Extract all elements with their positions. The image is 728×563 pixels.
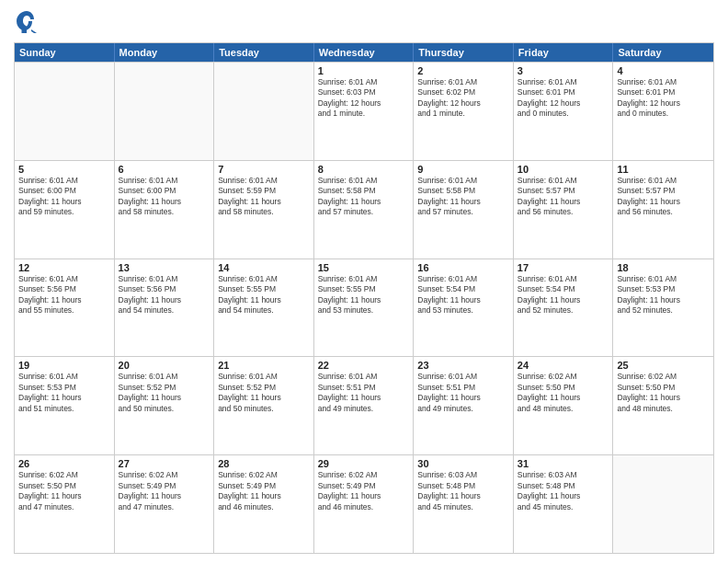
day-info: Sunrise: 6:01 AMSunset: 5:52 PMDaylight:… [119, 372, 210, 414]
calendar-day-25: 25Sunrise: 6:02 AMSunset: 5:50 PMDayligh… [613, 357, 713, 454]
calendar-day-18: 18Sunrise: 6:01 AMSunset: 5:53 PMDayligh… [613, 259, 713, 357]
calendar: SundayMondayTuesdayWednesdayThursdayFrid… [14, 42, 714, 554]
calendar-header: SundayMondayTuesdayWednesdayThursdayFrid… [15, 43, 713, 62]
calendar-day-1: 1Sunrise: 6:01 AMSunset: 6:03 PMDaylight… [314, 63, 415, 160]
calendar-day-15: 15Sunrise: 6:01 AMSunset: 5:55 PMDayligh… [314, 259, 415, 357]
calendar-day-empty [15, 63, 115, 160]
day-info: Sunrise: 6:02 AMSunset: 5:49 PMDaylight:… [318, 470, 410, 512]
day-info: Sunrise: 6:01 AMSunset: 5:53 PMDaylight:… [18, 372, 110, 414]
day-info: Sunrise: 6:01 AMSunset: 5:54 PMDaylight:… [417, 274, 509, 316]
day-number: 3 [518, 65, 609, 76]
calendar-row-5: 26Sunrise: 6:02 AMSunset: 5:50 PMDayligh… [15, 454, 713, 553]
day-info: Sunrise: 6:01 AMSunset: 5:56 PMDaylight:… [18, 274, 110, 316]
header [14, 9, 714, 35]
day-number: 17 [518, 262, 609, 273]
calendar-row-3: 12Sunrise: 6:01 AMSunset: 5:56 PMDayligh… [15, 259, 713, 357]
day-info: Sunrise: 6:01 AMSunset: 5:58 PMDaylight:… [318, 176, 410, 218]
calendar-day-31: 31Sunrise: 6:03 AMSunset: 5:48 PMDayligh… [514, 455, 614, 553]
day-number: 24 [518, 360, 609, 371]
day-number: 21 [218, 360, 310, 371]
day-info: Sunrise: 6:01 AMSunset: 5:54 PMDaylight:… [518, 274, 609, 316]
day-info: Sunrise: 6:02 AMSunset: 5:50 PMDaylight:… [18, 470, 110, 512]
day-info: Sunrise: 6:01 AMSunset: 6:01 PMDaylight:… [617, 77, 710, 120]
weekday-header-saturday: Saturday [613, 43, 713, 62]
day-info: Sunrise: 6:01 AMSunset: 6:00 PMDaylight:… [18, 176, 110, 218]
calendar-row-4: 19Sunrise: 6:01 AMSunset: 5:53 PMDayligh… [15, 356, 713, 454]
day-number: 2 [417, 65, 509, 76]
day-number: 30 [417, 458, 509, 469]
calendar-row-1: 1Sunrise: 6:01 AMSunset: 6:03 PMDaylight… [15, 62, 713, 160]
calendar-day-21: 21Sunrise: 6:01 AMSunset: 5:52 PMDayligh… [214, 357, 314, 454]
day-info: Sunrise: 6:01 AMSunset: 5:57 PMDaylight:… [617, 176, 710, 218]
day-info: Sunrise: 6:01 AMSunset: 5:51 PMDaylight:… [417, 372, 509, 414]
day-info: Sunrise: 6:02 AMSunset: 5:49 PMDaylight:… [119, 470, 210, 512]
weekday-header-monday: Monday [115, 43, 215, 62]
day-info: Sunrise: 6:01 AMSunset: 6:02 PMDaylight:… [417, 77, 509, 120]
day-info: Sunrise: 6:03 AMSunset: 5:48 PMDaylight:… [417, 470, 509, 512]
day-info: Sunrise: 6:01 AMSunset: 6:00 PMDaylight:… [119, 176, 210, 218]
day-number: 11 [617, 164, 710, 175]
day-number: 13 [119, 262, 210, 273]
calendar-body: 1Sunrise: 6:01 AMSunset: 6:03 PMDaylight… [15, 62, 713, 553]
calendar-day-12: 12Sunrise: 6:01 AMSunset: 5:56 PMDayligh… [15, 259, 115, 357]
day-number: 8 [318, 164, 410, 175]
calendar-day-11: 11Sunrise: 6:01 AMSunset: 5:57 PMDayligh… [613, 161, 713, 259]
day-number: 28 [218, 458, 310, 469]
weekday-header-wednesday: Wednesday [314, 43, 415, 62]
calendar-day-empty [214, 63, 314, 160]
day-number: 20 [119, 360, 210, 371]
weekday-header-sunday: Sunday [15, 43, 115, 62]
day-number: 22 [318, 360, 410, 371]
calendar-day-empty [613, 455, 713, 553]
weekday-header-friday: Friday [514, 43, 614, 62]
day-number: 29 [318, 458, 410, 469]
day-info: Sunrise: 6:01 AMSunset: 5:59 PMDaylight:… [218, 176, 310, 218]
logo [14, 9, 43, 35]
weekday-header-tuesday: Tuesday [214, 43, 314, 62]
day-number: 26 [18, 458, 110, 469]
calendar-day-30: 30Sunrise: 6:03 AMSunset: 5:48 PMDayligh… [414, 455, 514, 553]
day-info: Sunrise: 6:01 AMSunset: 5:55 PMDaylight:… [218, 274, 310, 316]
calendar-day-14: 14Sunrise: 6:01 AMSunset: 5:55 PMDayligh… [214, 259, 314, 357]
calendar-day-5: 5Sunrise: 6:01 AMSunset: 6:00 PMDaylight… [15, 161, 115, 259]
day-number: 19 [18, 360, 110, 371]
calendar-day-6: 6Sunrise: 6:01 AMSunset: 6:00 PMDaylight… [115, 161, 215, 259]
day-number: 16 [417, 262, 509, 273]
day-info: Sunrise: 6:01 AMSunset: 5:58 PMDaylight:… [417, 176, 509, 218]
calendar-day-4: 4Sunrise: 6:01 AMSunset: 6:01 PMDaylight… [613, 63, 713, 160]
calendar-day-22: 22Sunrise: 6:01 AMSunset: 5:51 PMDayligh… [314, 357, 415, 454]
day-info: Sunrise: 6:02 AMSunset: 5:50 PMDaylight:… [518, 372, 609, 414]
day-number: 9 [417, 164, 509, 175]
day-number: 4 [617, 65, 710, 76]
day-number: 10 [518, 164, 609, 175]
calendar-day-24: 24Sunrise: 6:02 AMSunset: 5:50 PMDayligh… [514, 357, 614, 454]
weekday-header-thursday: Thursday [414, 43, 514, 62]
day-number: 25 [617, 360, 710, 371]
calendar-day-7: 7Sunrise: 6:01 AMSunset: 5:59 PMDaylight… [214, 161, 314, 259]
day-info: Sunrise: 6:02 AMSunset: 5:50 PMDaylight:… [617, 372, 710, 414]
day-number: 27 [119, 458, 210, 469]
day-number: 31 [518, 458, 609, 469]
day-number: 12 [18, 262, 110, 273]
day-number: 23 [417, 360, 509, 371]
day-info: Sunrise: 6:02 AMSunset: 5:49 PMDaylight:… [218, 470, 310, 512]
calendar-day-2: 2Sunrise: 6:01 AMSunset: 6:02 PMDaylight… [414, 63, 514, 160]
calendar-day-16: 16Sunrise: 6:01 AMSunset: 5:54 PMDayligh… [414, 259, 514, 357]
calendar-day-20: 20Sunrise: 6:01 AMSunset: 5:52 PMDayligh… [115, 357, 215, 454]
calendar-day-9: 9Sunrise: 6:01 AMSunset: 5:58 PMDaylight… [414, 161, 514, 259]
calendar-day-26: 26Sunrise: 6:02 AMSunset: 5:50 PMDayligh… [15, 455, 115, 553]
day-info: Sunrise: 6:01 AMSunset: 5:56 PMDaylight:… [119, 274, 210, 316]
day-info: Sunrise: 6:01 AMSunset: 5:55 PMDaylight:… [318, 274, 410, 316]
day-number: 15 [318, 262, 410, 273]
calendar-day-23: 23Sunrise: 6:01 AMSunset: 5:51 PMDayligh… [414, 357, 514, 454]
calendar-day-27: 27Sunrise: 6:02 AMSunset: 5:49 PMDayligh… [115, 455, 215, 553]
day-number: 18 [617, 262, 710, 273]
calendar-row-2: 5Sunrise: 6:01 AMSunset: 6:00 PMDaylight… [15, 160, 713, 259]
calendar-day-17: 17Sunrise: 6:01 AMSunset: 5:54 PMDayligh… [514, 259, 614, 357]
day-info: Sunrise: 6:01 AMSunset: 5:53 PMDaylight:… [617, 274, 710, 316]
day-number: 7 [218, 164, 310, 175]
day-info: Sunrise: 6:01 AMSunset: 5:51 PMDaylight:… [318, 372, 410, 414]
calendar-day-19: 19Sunrise: 6:01 AMSunset: 5:53 PMDayligh… [15, 357, 115, 454]
day-info: Sunrise: 6:01 AMSunset: 5:52 PMDaylight:… [218, 372, 310, 414]
day-info: Sunrise: 6:01 AMSunset: 5:57 PMDaylight:… [518, 176, 609, 218]
